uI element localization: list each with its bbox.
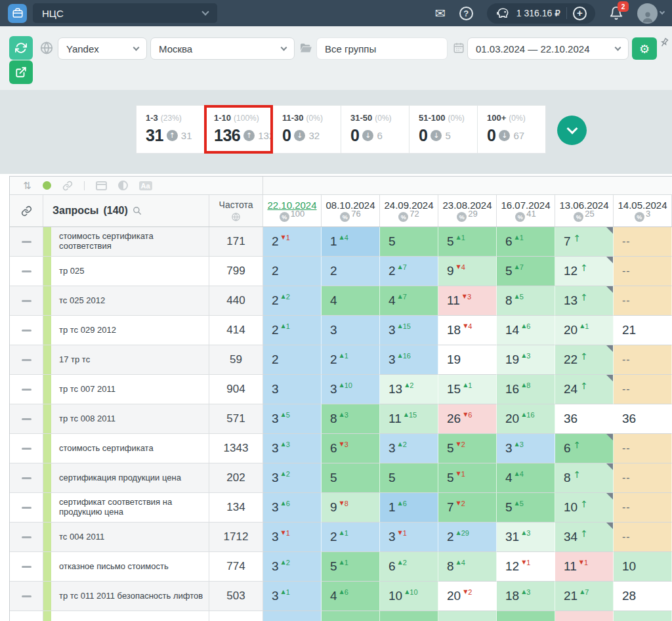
- link-column-header[interactable]: [10, 195, 43, 226]
- position-cell[interactable]: 2▲1: [322, 523, 380, 552]
- balance-widget[interactable]: 1 316.16 ₽ +: [487, 3, 595, 24]
- columns-settings-icon[interactable]: [96, 181, 107, 190]
- summary-card[interactable]: 1-3(23%)31↑31: [136, 105, 205, 154]
- position-cell[interactable]: 34↑: [555, 523, 614, 552]
- position-cell[interactable]: [614, 611, 672, 621]
- position-cell[interactable]: 11▼1: [555, 552, 614, 582]
- position-cell[interactable]: --: [614, 257, 672, 286]
- position-cell[interactable]: 10▲10: [380, 582, 438, 611]
- position-cell[interactable]: [380, 611, 438, 621]
- row-drag-handle[interactable]: [10, 463, 43, 493]
- position-cell[interactable]: 2▲29: [438, 523, 497, 552]
- help-icon[interactable]: ?: [459, 7, 473, 20]
- position-cell[interactable]: 3▲5: [263, 404, 322, 434]
- position-cell[interactable]: 1▲6: [380, 493, 438, 523]
- date-column-header[interactable]: 16.07.2024%41: [497, 195, 555, 226]
- position-cell[interactable]: [438, 611, 497, 621]
- link-icon[interactable]: [62, 181, 73, 191]
- expand-summary-button[interactable]: [557, 116, 587, 145]
- row-drag-handle[interactable]: [10, 404, 43, 434]
- row-drag-handle[interactable]: [10, 552, 43, 582]
- frequency-column-header[interactable]: Частота: [209, 195, 263, 226]
- position-cell[interactable]: 3▼1: [380, 523, 438, 552]
- date-column-header[interactable]: 08.10.2024%76: [322, 195, 380, 226]
- settings-button[interactable]: ⚙: [632, 37, 657, 60]
- position-cell[interactable]: 28: [614, 582, 672, 611]
- position-cell[interactable]: 5: [380, 463, 438, 493]
- position-cell[interactable]: 13▲2: [380, 375, 438, 404]
- position-cell[interactable]: 8▲3: [322, 404, 380, 434]
- summary-card[interactable]: 51-100(0%)0↓5: [409, 105, 478, 154]
- keyword-cell[interactable]: [43, 611, 209, 621]
- position-cell[interactable]: --: [614, 345, 672, 375]
- row-drag-handle[interactable]: [10, 375, 43, 404]
- position-cell[interactable]: 14▲6: [497, 316, 555, 345]
- sort-icon[interactable]: ⇅: [23, 180, 32, 192]
- groups-folder-button[interactable]: [299, 43, 312, 53]
- position-cell[interactable]: --: [614, 493, 672, 523]
- row-drag-handle[interactable]: [10, 227, 43, 257]
- position-cell[interactable]: 3▲3: [263, 434, 322, 463]
- position-cell[interactable]: 10: [614, 552, 672, 582]
- position-cell[interactable]: 3▲15: [380, 316, 438, 345]
- position-cell[interactable]: [497, 611, 555, 621]
- position-cell[interactable]: 3▼1: [263, 523, 322, 552]
- position-cell[interactable]: 3▲2: [380, 434, 438, 463]
- notifications-button[interactable]: 2: [609, 6, 623, 20]
- keywords-column-header[interactable]: Запросы (140): [43, 195, 209, 226]
- row-drag-handle[interactable]: [10, 582, 43, 611]
- position-cell[interactable]: 5: [380, 227, 438, 257]
- position-cell[interactable]: --: [614, 375, 672, 404]
- row-drag-handle[interactable]: [10, 316, 43, 345]
- row-drag-handle[interactable]: [10, 257, 43, 286]
- position-cell[interactable]: 18▼4: [438, 316, 497, 345]
- row-drag-handle[interactable]: [10, 345, 43, 375]
- position-cell[interactable]: 2▲1: [322, 345, 380, 375]
- position-cell[interactable]: 13↑: [555, 286, 614, 316]
- position-cell[interactable]: 4▲7: [380, 286, 438, 316]
- keyword-cell[interactable]: отказное письмо стоимость: [43, 552, 209, 582]
- position-cell[interactable]: --: [614, 463, 672, 493]
- position-cell[interactable]: [263, 611, 322, 621]
- date-column-header[interactable]: 13.06.2024%25: [555, 195, 614, 226]
- position-cell[interactable]: 5▲7: [497, 257, 555, 286]
- position-cell[interactable]: 2: [263, 257, 322, 286]
- position-cell[interactable]: 15▲1: [438, 375, 497, 404]
- position-cell[interactable]: 2▼1: [263, 227, 322, 257]
- position-cell[interactable]: 3: [322, 316, 380, 345]
- position-cell[interactable]: 2: [322, 257, 380, 286]
- date-column-header[interactable]: 23.08.2024%29: [438, 195, 497, 226]
- summary-card[interactable]: 31-50(0%)0↓6: [341, 105, 410, 154]
- position-cell[interactable]: 21▲7: [555, 582, 614, 611]
- summary-card[interactable]: 11-30(0%)0↓32: [272, 105, 341, 154]
- position-cell[interactable]: 20▼2: [438, 582, 497, 611]
- position-cell[interactable]: 5▲1: [438, 227, 497, 257]
- position-cell[interactable]: 3▲2: [263, 552, 322, 582]
- messages-icon[interactable]: ✉: [435, 6, 446, 21]
- position-cell[interactable]: 7↑: [555, 227, 614, 257]
- position-cell[interactable]: 5▼2: [438, 434, 497, 463]
- position-cell[interactable]: 2▲1: [263, 316, 322, 345]
- keyword-cell[interactable]: тс 025 2012: [43, 286, 209, 316]
- position-cell[interactable]: 21: [614, 316, 672, 345]
- position-cell[interactable]: 36: [614, 404, 672, 434]
- position-cell[interactable]: 5▲5: [497, 493, 555, 523]
- position-cell[interactable]: [322, 611, 380, 621]
- position-cell[interactable]: 9▼8: [322, 493, 380, 523]
- row-drag-handle[interactable]: [10, 611, 43, 621]
- group-color-dot[interactable]: [43, 181, 51, 190]
- position-cell[interactable]: 18▲3: [497, 582, 555, 611]
- position-cell[interactable]: 20▲16: [497, 404, 555, 434]
- search-engine-select[interactable]: Yandex: [58, 37, 147, 60]
- position-cell[interactable]: 9▼4: [438, 257, 497, 286]
- position-cell[interactable]: --: [614, 523, 672, 552]
- position-cell[interactable]: 8▲4: [438, 552, 497, 582]
- position-cell[interactable]: 5▲1: [322, 552, 380, 582]
- keyword-cell[interactable]: тр тс 007 2011: [43, 375, 209, 404]
- keyword-cell[interactable]: сертификат соответствия на продукцию цен…: [43, 493, 209, 523]
- position-cell[interactable]: 3▲3: [497, 434, 555, 463]
- position-cell[interactable]: 26▼6: [438, 404, 497, 434]
- position-cell[interactable]: 1▲4: [322, 227, 380, 257]
- position-cell[interactable]: 12▼1: [497, 552, 555, 582]
- top-up-balance-icon[interactable]: +: [573, 7, 587, 20]
